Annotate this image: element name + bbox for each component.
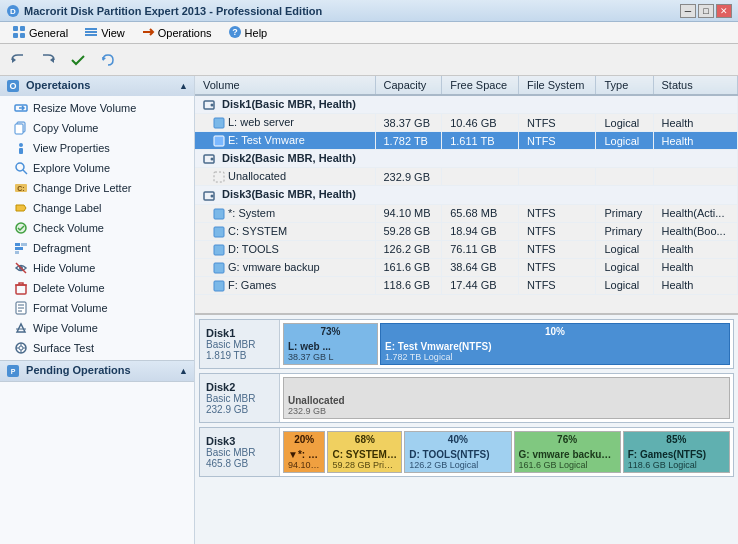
operations-items: Resize Move Volume Copy Volume View Prop… [0, 96, 194, 360]
label-icon [14, 201, 28, 215]
partition-block[interactable]: Unallocated 232.9 GB [283, 377, 730, 419]
sidebar: O Operetaions ▲ Resize Move Volume Copy … [0, 76, 195, 544]
general-icon [12, 25, 26, 41]
svg-rect-44 [214, 245, 224, 255]
disk-label: Disk2Basic MBR232.9 GB [200, 374, 280, 422]
pending-label: P Pending Operations [6, 364, 131, 378]
table-row[interactable]: D: TOOLS 126.2 GB 76.11 GB NTFS Logical … [195, 240, 738, 258]
svg-rect-7 [85, 31, 97, 33]
sidebar-item-properties[interactable]: View Properties [0, 138, 194, 158]
close-button[interactable]: ✕ [716, 4, 732, 18]
disk-partitions: Unallocated 232.9 GB [280, 374, 733, 422]
svg-rect-27 [16, 285, 26, 294]
svg-text:D: D [10, 7, 16, 16]
svg-rect-36 [214, 136, 224, 146]
content-area: Volume Capacity Free Space File System T [195, 76, 738, 544]
sidebar-item-check[interactable]: Check Volume [0, 218, 194, 238]
menu-view[interactable]: View [76, 23, 133, 43]
disk-visual-area: Disk1Basic MBR1.819 TB 73% L: web ... 38… [195, 314, 738, 544]
table-row[interactable]: *: System 94.10 MB 65.68 MB NTFS Primary… [195, 204, 738, 222]
apply-button[interactable] [64, 47, 92, 73]
svg-rect-22 [15, 243, 20, 246]
pending-section: P Pending Operations ▲ [0, 361, 194, 382]
table-row[interactable]: C: SYSTEM 59.28 GB 18.94 GB NTFS Primary… [195, 222, 738, 240]
pending-header[interactable]: P Pending Operations ▲ [0, 361, 194, 381]
sidebar-item-defrag[interactable]: Defragment [0, 238, 194, 258]
partition-block[interactable]: 20% ▼*: Sy... 94.10 MB [283, 431, 325, 473]
col-type: Type [596, 76, 653, 95]
disk-visual-row: Disk2Basic MBR232.9 GB Unallocated 232.9… [199, 373, 734, 423]
defrag-icon [14, 241, 28, 255]
svg-rect-45 [214, 263, 224, 273]
wipe-icon [14, 321, 28, 335]
toolbar [0, 44, 738, 76]
svg-text:C:: C: [17, 185, 24, 192]
redo-button[interactable] [34, 47, 62, 73]
disk-visual-row: Disk3Basic MBR465.8 GB 20% ▼*: Sy... 94.… [199, 427, 734, 477]
svg-rect-15 [15, 124, 23, 134]
table-disk-header: Disk1(Basic MBR, Health) [195, 95, 738, 114]
refresh-button[interactable] [94, 47, 122, 73]
operations-header[interactable]: O Operetaions ▲ [0, 76, 194, 96]
menu-general[interactable]: General [4, 23, 76, 43]
col-filesystem: File System [518, 76, 595, 95]
sidebar-item-wipe[interactable]: Wipe Volume [0, 318, 194, 338]
sidebar-item-hide[interactable]: Hide Volume [0, 258, 194, 278]
app-icon: D [6, 4, 20, 18]
surface-icon [14, 341, 28, 355]
view-icon [84, 25, 98, 41]
partition-table[interactable]: Volume Capacity Free Space File System T [195, 76, 738, 314]
svg-rect-3 [20, 26, 25, 31]
operations-icon [141, 25, 155, 41]
sidebar-item-delete[interactable]: Delete Volume [0, 278, 194, 298]
sidebar-item-label[interactable]: Change Label [0, 198, 194, 218]
table-disk-header: Disk3(Basic MBR, Health) [195, 186, 738, 204]
operations-section: O Operetaions ▲ Resize Move Volume Copy … [0, 76, 194, 361]
check-icon [14, 221, 28, 235]
svg-rect-35 [214, 118, 224, 128]
window-controls: ─ □ ✕ [680, 4, 732, 18]
menu-help[interactable]: ? Help [220, 23, 276, 43]
svg-rect-46 [214, 281, 224, 291]
svg-rect-5 [20, 33, 25, 38]
sidebar-item-copy[interactable]: Copy Volume [0, 118, 194, 138]
sidebar-item-explore[interactable]: Explore Volume [0, 158, 194, 178]
disk-partitions: 20% ▼*: Sy... 94.10 MB 68% C: SYSTEM(N..… [280, 428, 733, 476]
sidebar-item-driveletter[interactable]: C: Change Drive Letter [0, 178, 194, 198]
table-row[interactable]: Unallocated 232.9 GB [195, 168, 738, 186]
menu-operations[interactable]: Operations [133, 23, 220, 43]
partition-block[interactable]: 73% L: web ... 38.37 GB L [283, 323, 378, 365]
svg-rect-8 [85, 34, 97, 36]
partition-block[interactable]: 85% F: Games(NTFS) 118.6 GB Logical [623, 431, 730, 473]
svg-rect-43 [214, 227, 224, 237]
table-row[interactable]: F: Games 118.6 GB 17.44 GB NTFS Logical … [195, 276, 738, 294]
driveletter-icon: C: [14, 181, 28, 195]
svg-point-16 [19, 143, 23, 147]
svg-rect-39 [214, 172, 224, 182]
sidebar-item-resize[interactable]: Resize Move Volume [0, 98, 194, 118]
svg-text:O: O [9, 81, 16, 91]
svg-point-41 [211, 194, 214, 197]
undo-button[interactable] [4, 47, 32, 73]
svg-point-30 [19, 346, 23, 350]
col-freespace: Free Space [442, 76, 519, 95]
svg-rect-24 [15, 247, 23, 250]
partition-block[interactable]: 68% C: SYSTEM(N... 59.28 GB Prim... [327, 431, 402, 473]
operations-label: O Operetaions [6, 79, 90, 93]
minimize-button[interactable]: ─ [680, 4, 696, 18]
hide-icon [14, 261, 28, 275]
properties-icon [14, 141, 28, 155]
partition-block[interactable]: 76% G: vmware backup(NT... 161.6 GB Logi… [514, 431, 621, 473]
svg-rect-23 [21, 243, 27, 246]
sidebar-item-format[interactable]: Format Volume [0, 298, 194, 318]
partition-block[interactable]: 40% D: TOOLS(NTFS) 126.2 GB Logical [404, 431, 511, 473]
maximize-button[interactable]: □ [698, 4, 714, 18]
partition-block[interactable]: 10% E: Test Vmware(NTFS) 1.782 TB Logica… [380, 323, 730, 365]
sidebar-item-surface[interactable]: Surface Test [0, 338, 194, 358]
table-row[interactable]: G: vmware backup 161.6 GB 38.64 GB NTFS … [195, 258, 738, 276]
format-icon [14, 301, 28, 315]
table-disk-header: Disk2(Basic MBR, Health) [195, 150, 738, 168]
table-row[interactable]: E: Test Vmware 1.782 TB 1.611 TB NTFS Lo… [195, 132, 738, 150]
table-row[interactable]: L: web server 38.37 GB 10.46 GB NTFS Log… [195, 114, 738, 132]
svg-point-38 [211, 158, 214, 161]
